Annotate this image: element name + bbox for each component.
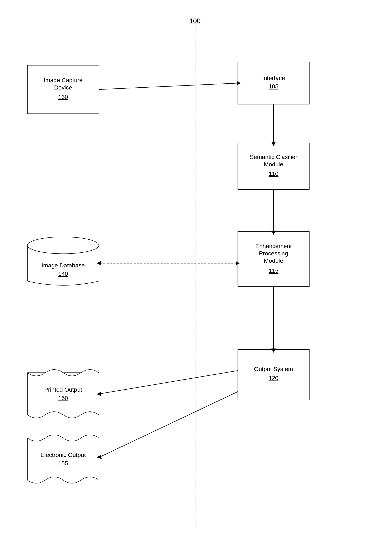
- image-capture-label-line1: Image Capture: [44, 77, 83, 83]
- electronic-output-rect: [27, 438, 99, 480]
- label-100: 100: [189, 17, 201, 25]
- printed-output-label: Printed Output: [44, 386, 82, 393]
- image-capture-number: 130: [58, 94, 68, 100]
- electronic-output-number: 155: [58, 460, 68, 467]
- database-number: 140: [58, 271, 68, 277]
- image-capture-label-line2: Device: [54, 84, 72, 91]
- arrow-capture-to-interface: [99, 83, 237, 90]
- enhancement-label-line1: Enhancement: [256, 243, 292, 249]
- semantic-label-line1: Semantic Clasifier: [250, 154, 297, 160]
- arrow-output-to-printed: [100, 371, 238, 394]
- output-system-number: 120: [269, 375, 279, 381]
- enhancement-number: 115: [269, 267, 279, 274]
- database-bottom: [27, 281, 99, 285]
- electronic-output-label: Electronic Output: [41, 452, 86, 458]
- enhancement-label-line2: Processing: [259, 250, 288, 257]
- diagram-svg: 100 Image Capture Device 130 Interface 1…: [0, 0, 392, 538]
- printed-output-rect: [27, 373, 99, 415]
- diagram-container: 100 Image Capture Device 130 Interface 1…: [0, 0, 392, 538]
- output-system-label: Output System: [254, 366, 293, 372]
- arrow-output-to-electronic: [100, 392, 238, 457]
- enhancement-label-line3: Module: [264, 258, 283, 264]
- semantic-number: 110: [269, 170, 279, 177]
- interface-label: Interface: [262, 75, 285, 81]
- database-label: Image Database: [42, 262, 84, 269]
- database-top: [27, 237, 99, 254]
- interface-number: 105: [269, 83, 279, 90]
- semantic-label-line2: Module: [264, 161, 283, 168]
- printed-output-number: 150: [58, 395, 68, 401]
